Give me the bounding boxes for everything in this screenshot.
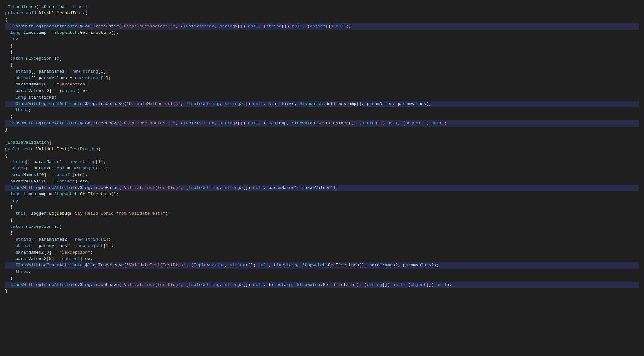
code-line: ClassWithLogTraceAttribute.$log.TraceLea… <box>5 262 639 269</box>
code-line: [EnableValidation] <box>5 139 639 146</box>
code-line: string[] paramNames1 = new string[1]; <box>5 159 639 165</box>
code-line: { <box>5 152 639 159</box>
code-line: catch (Exception ex) <box>5 56 639 62</box>
code-line: catch (Exception ex) <box>5 224 639 230</box>
code-line: string[] paramNames2 = new string[1]; <box>5 236 639 243</box>
code-line: paramNames1[0] = nameof (dto); <box>5 172 639 178</box>
code-line: { <box>5 230 639 236</box>
code-line: this._logger.LogDebug("Say Hello world f… <box>5 211 639 217</box>
code-line: } <box>5 275 639 282</box>
code-line: try <box>5 36 639 42</box>
code-line: } <box>5 49 639 56</box>
code-line: long startTicks; <box>5 94 639 101</box>
code-line: } <box>5 127 639 133</box>
code-line: ClassWithLogTraceAttribute.$log.TraceLea… <box>5 282 639 288</box>
code-line: { <box>5 43 639 49</box>
code-editor: [MethodTrace(IsDisabled = true)] private… <box>0 3 644 356</box>
code-line: try <box>5 198 639 204</box>
code-line: private void DisableMethodTest() <box>5 10 639 17</box>
code-line: } <box>5 114 639 120</box>
code-line: { <box>5 62 639 68</box>
code-line: object[] paramValues1 = new object[1]; <box>5 165 639 172</box>
code-line: throw; <box>5 269 639 275</box>
code-line: ClassWithLogTraceAttribute.$log.TraceLea… <box>5 101 639 107</box>
code-line <box>5 133 639 139</box>
code-line: paramValues2[0] = (object) ex; <box>5 256 639 262</box>
code-line: [MethodTrace(IsDisabled = true)] <box>5 4 639 10</box>
code-line: string[] paramNames = new string[1]; <box>5 69 639 75</box>
code-line: paramNames[0] = "$exception"; <box>5 81 639 88</box>
code-line: } <box>5 288 639 294</box>
code-line: paramValues1[0] = (object) dto; <box>5 178 639 185</box>
code-line: ClassWithLogTraceAttribute.$log.TraceLea… <box>5 120 639 127</box>
code-line: { <box>5 17 639 23</box>
code-line: throw; <box>5 107 639 114</box>
code-line: paramValues[0] = (object) ex; <box>5 88 639 94</box>
code-line: long timestamp = Stopwatch.GetTimestamp(… <box>5 191 639 197</box>
code-line: ClassWithLogTraceAttribute.$log.TraceEnt… <box>5 185 639 191</box>
code-line: } <box>5 217 639 223</box>
code-line: object[] paramValues = new object[1]; <box>5 75 639 81</box>
code-line: object[] paramValues2 = new object[1]; <box>5 243 639 249</box>
code-line: public void ValidateTest(TestDto dto) <box>5 146 639 152</box>
code-line: ClassWithLogTraceAttribute.$log.TraceEnt… <box>5 23 639 30</box>
code-line: paramNames2[0] = "$exception"; <box>5 249 639 256</box>
code-line: { <box>5 204 639 211</box>
code-line: long timestamp = Stopwatch.GetTimestamp(… <box>5 30 639 36</box>
